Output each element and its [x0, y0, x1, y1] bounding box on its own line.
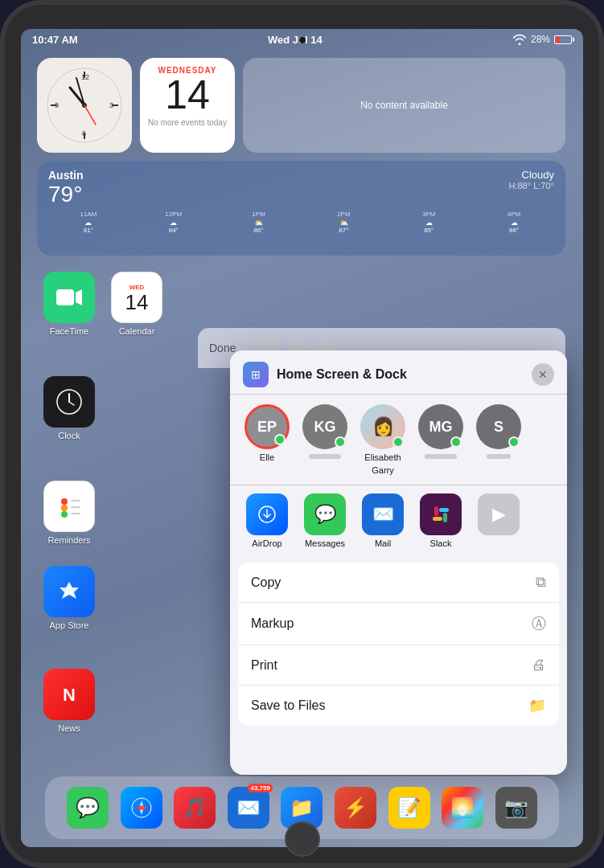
- share-app-airdrop[interactable]: AirDrop: [243, 493, 291, 548]
- weather-desc: Cloudy: [509, 169, 555, 181]
- person-name-blurred-s: [487, 454, 511, 459]
- reminders-label: Reminders: [47, 535, 90, 545]
- slack-share-label: Slack: [430, 538, 452, 548]
- person-name-elle: Elle: [260, 452, 274, 462]
- mail-badge: 43,759: [248, 784, 272, 792]
- share-sheet-app-icon: ⊞: [243, 362, 269, 387]
- calendar-app-icon: WED 14: [111, 272, 162, 323]
- partial-bar-done: Done: [209, 342, 236, 354]
- share-app-slack[interactable]: Slack: [417, 493, 465, 548]
- clock-face-svg: 12 3 6 9: [46, 67, 123, 144]
- app-icon-appstore[interactable]: A App Store: [43, 566, 95, 630]
- dock-messages[interactable]: 💬: [67, 787, 109, 829]
- person-avatar-mg: MG: [418, 404, 463, 449]
- svg-marker-14: [76, 289, 82, 305]
- svg-point-19: [61, 505, 68, 511]
- share-icon-glyph: ⊞: [251, 368, 261, 381]
- home-button[interactable]: [285, 821, 320, 857]
- svg-rect-29: [433, 517, 442, 521]
- action-markup[interactable]: Markup Ⓐ: [238, 603, 559, 645]
- person-item-mg[interactable]: MG: [417, 404, 465, 475]
- action-save-files[interactable]: Save to Files 📁: [238, 686, 559, 726]
- share-sheet: ⊞ Home Screen & Dock ✕ EP Elle: [230, 350, 567, 775]
- online-indicator-mg: [450, 436, 462, 448]
- person-initials-kg: KG: [314, 419, 336, 436]
- action-print[interactable]: Print 🖨: [238, 645, 559, 686]
- svg-rect-21: [71, 500, 80, 502]
- more-apps-icon: ▶: [478, 493, 520, 535]
- calendar-app-label: Calendar: [119, 326, 155, 336]
- app-icon-clock[interactable]: Clock: [43, 376, 95, 440]
- appstore-icon: A: [43, 566, 95, 617]
- person-initials-elle: EP: [257, 419, 277, 436]
- svg-rect-27: [434, 506, 438, 516]
- svg-text:6: 6: [82, 129, 86, 137]
- svg-marker-33: [134, 805, 149, 810]
- wifi-icon: [512, 34, 527, 45]
- person-initials-mg: MG: [429, 419, 453, 436]
- person-name-eg2: Garry: [372, 465, 394, 475]
- messages-share-label: Messages: [305, 538, 345, 548]
- share-close-button[interactable]: ✕: [532, 363, 554, 386]
- screen: 10:47 AM Wed Jul 14 28%: [21, 29, 583, 847]
- person-name-blurred-mg: [425, 454, 457, 459]
- action-copy[interactable]: Copy ⧉: [238, 563, 559, 603]
- no-content-widget[interactable]: No content available: [243, 58, 565, 153]
- mail-share-label: Mail: [375, 538, 391, 548]
- news-label: News: [58, 723, 80, 733]
- action-list: Copy ⧉ Markup Ⓐ Print 🖨 Save to Files 📁: [238, 563, 559, 726]
- copy-label: Copy: [251, 575, 281, 590]
- person-item-s[interactable]: S: [475, 404, 523, 475]
- dock-safari[interactable]: [121, 787, 162, 829]
- dock-mail[interactable]: ✉️ 43,759: [228, 787, 269, 829]
- person-avatar-eg: 👩: [360, 404, 405, 449]
- share-app-more[interactable]: ▶: [475, 493, 523, 548]
- save-files-label: Save to Files: [251, 698, 325, 713]
- clock-app-icon: [43, 376, 95, 428]
- svg-rect-23: [71, 513, 80, 514]
- online-indicator-eg: [392, 436, 404, 448]
- share-app-messages[interactable]: 💬 Messages: [301, 493, 349, 548]
- facetime-label: FaceTime: [50, 326, 89, 336]
- person-avatar-elle: EP: [244, 404, 290, 449]
- person-item-eg[interactable]: 👩 Elisabeth Garry: [359, 404, 407, 475]
- clock-widget[interactable]: 12 3 6 9: [37, 58, 132, 153]
- weather-widget[interactable]: Austin 79° Cloudy H:88° L:70° 11AM☁81° 1…: [37, 161, 565, 256]
- app-icon-reminders[interactable]: Reminders: [43, 481, 95, 545]
- weather-hour-1: 11AM☁81°: [48, 211, 129, 234]
- svg-rect-13: [56, 289, 74, 305]
- airdrop-label: AirDrop: [252, 538, 281, 548]
- app-icon-facetime[interactable]: FaceTime: [43, 272, 95, 336]
- dock-camera[interactable]: 📷: [495, 787, 537, 829]
- svg-text:3: 3: [109, 101, 113, 109]
- news-icon: N: [43, 669, 95, 720]
- person-name-eg: Elisabeth: [364, 452, 401, 462]
- dock-music[interactable]: 🎵: [174, 787, 216, 829]
- person-item-elle[interactable]: EP Elle: [243, 404, 291, 475]
- share-app-mail[interactable]: ✉️ Mail: [359, 493, 407, 548]
- people-row: EP Elle KG 👩: [230, 395, 567, 485]
- airdrop-icon: [246, 493, 288, 535]
- battery-pct: 28%: [531, 34, 550, 45]
- copy-icon: ⧉: [536, 574, 546, 591]
- dock-spark[interactable]: ⚡: [335, 787, 376, 829]
- weather-hour-5: 3PM☁85°: [388, 211, 469, 234]
- dock-notes[interactable]: 📝: [388, 787, 430, 829]
- svg-rect-22: [71, 506, 80, 508]
- status-time: 10:47 AM: [32, 34, 78, 46]
- person-item-kg[interactable]: KG: [301, 404, 349, 475]
- clock-label: Clock: [58, 431, 80, 440]
- status-right: 28%: [512, 34, 572, 45]
- front-camera-icon: [299, 37, 306, 43]
- calendar-widget[interactable]: WEDNESDAY 14 No more events today: [140, 58, 235, 153]
- svg-rect-28: [443, 513, 447, 522]
- share-apps-row: AirDrop 💬 Messages ✉️ Mail: [230, 485, 567, 556]
- app-icon-calendar[interactable]: WED 14 Calendar: [111, 272, 162, 336]
- svg-point-18: [61, 498, 68, 505]
- status-date: Wed Jul 14: [268, 34, 323, 46]
- online-indicator-kg: [335, 436, 346, 448]
- dock-photos[interactable]: 🌅: [442, 787, 483, 829]
- weather-hour-6: 4PM☁86°: [474, 211, 554, 234]
- markup-label: Markup: [251, 616, 294, 631]
- app-icon-news[interactable]: N News: [43, 669, 95, 733]
